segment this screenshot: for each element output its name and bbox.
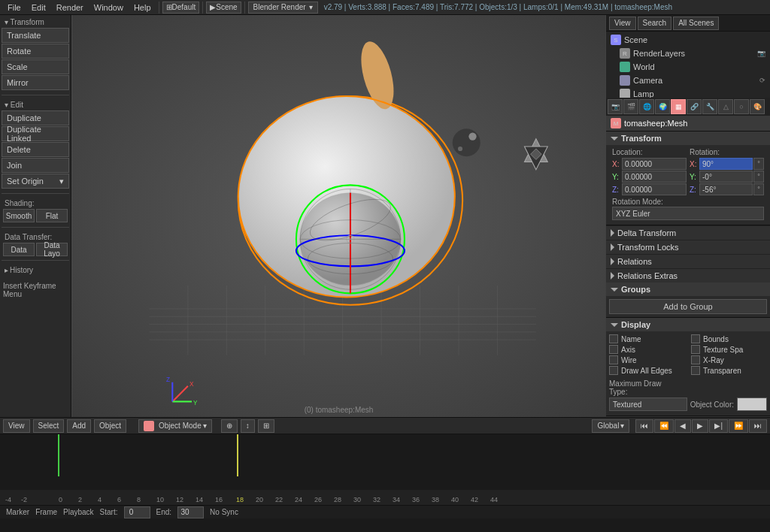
data-tab[interactable]: △ — [718, 99, 733, 114]
data-button[interactable]: Data — [3, 243, 35, 256]
relations-row[interactable]: Relations — [606, 254, 770, 268]
y-deg-button[interactable]: ° — [753, 171, 764, 183]
next-frame-button[interactable]: ▶| — [709, 419, 728, 433]
transparent-checkbox[interactable] — [691, 366, 700, 375]
relations-extras-row[interactable]: Relations Extras — [606, 268, 770, 283]
name-checkbox[interactable] — [609, 334, 618, 343]
smooth-button[interactable]: Smooth — [3, 209, 35, 222]
play-end-button[interactable]: ⏭ — [749, 419, 767, 433]
insert-keyframe-menu[interactable]: Insert Keyframe Menu — [0, 280, 71, 300]
scale-button[interactable]: Scale — [2, 59, 69, 74]
object-button[interactable]: Object — [94, 419, 126, 433]
properties-content[interactable]: Transform Location: X: 0.00000 — [606, 131, 770, 417]
display-header[interactable]: Display — [606, 318, 770, 331]
transform-props-header[interactable]: Transform — [606, 131, 770, 145]
version-info: v2.79 | Verts:3.888 | Faces:7.489 | Tris… — [320, 3, 677, 11]
scene-tab[interactable]: 🌐 — [639, 99, 654, 114]
draw-all-edges-checkbox[interactable] — [609, 366, 618, 375]
scene-badge[interactable]: ▶ Scene — [206, 2, 241, 14]
location-rotation-row: Location: X: 0.00000 Y: 0.00000 — [609, 148, 767, 198]
step-fwd-button[interactable]: ⏩ — [729, 419, 748, 433]
x-location-input[interactable]: 0.00000 — [622, 158, 687, 170]
outliner-camera-item[interactable]: Camera ⟳ — [608, 74, 768, 87]
modifiers-tab[interactable]: 🔧 — [702, 99, 717, 114]
prev-frame-button[interactable]: ◀ — [675, 419, 691, 433]
wire-checkbox[interactable] — [609, 355, 618, 364]
menu-help[interactable]: Help — [129, 3, 156, 12]
bounds-checkbox[interactable] — [691, 334, 700, 343]
end-frame-input[interactable] — [177, 506, 204, 518]
xray-checkbox[interactable] — [691, 355, 700, 364]
outliner-world-item[interactable]: World — [608, 60, 768, 74]
texture-space-checkbox[interactable] — [691, 345, 700, 354]
materials-tab[interactable]: ○ — [734, 99, 749, 114]
outliner-scene-item[interactable]: S Scene — [608, 33, 768, 47]
mirror-button[interactable]: Mirror — [2, 75, 69, 90]
delete-button[interactable]: Delete — [2, 142, 69, 157]
menu-file[interactable]: File — [3, 3, 26, 12]
y-location-input[interactable]: 0.00000 — [622, 171, 687, 183]
viewport[interactable]: User Persp — [71, 15, 606, 417]
z-rotation-input[interactable]: -56° — [699, 183, 753, 195]
start-frame-input[interactable] — [124, 506, 150, 518]
layout-badge[interactable]: ⊞ Default — [162, 2, 200, 14]
menu-render[interactable]: Render — [52, 3, 88, 12]
play-button[interactable]: ▶ — [692, 419, 708, 433]
textures-tab[interactable]: 🎨 — [750, 99, 765, 114]
duplication-header[interactable]: Duplication — [606, 416, 770, 417]
transform-header[interactable]: ▾ Transform — [2, 17, 69, 28]
z-deg-button[interactable]: ° — [753, 183, 764, 195]
viewport-scene[interactable]: X Y Z (0) tomasheep:Mesh — [71, 15, 606, 417]
duplicate-button[interactable]: Duplicate — [2, 110, 69, 125]
groups-header[interactable]: Groups — [606, 283, 770, 296]
timeline-track[interactable] — [0, 434, 770, 476]
data-layout-button[interactable]: Data Layo — [36, 243, 68, 256]
view-button[interactable]: View — [3, 419, 30, 433]
constraints-tab[interactable]: 🔗 — [687, 99, 702, 114]
set-origin-button[interactable]: Set Origin ▾ — [2, 174, 69, 189]
object-tab[interactable]: ▦ — [671, 99, 686, 114]
world-tab[interactable]: 🌍 — [655, 99, 670, 114]
outliner-search-button[interactable]: Search — [638, 17, 672, 30]
timeline[interactable]: -4 -2 0 2 4 6 8 10 12 14 16 18 20 22 24 … — [0, 434, 770, 505]
render-layers-tab[interactable]: 🎬 — [623, 99, 638, 114]
outliner-lamp-item[interactable]: Lamp — [608, 87, 768, 98]
flat-button[interactable]: Flat — [36, 209, 68, 222]
translate-button[interactable]: Translate — [2, 28, 69, 43]
render-tab[interactable]: 📷 — [608, 99, 623, 114]
render-engine[interactable]: Blender Render ▾ — [248, 2, 318, 14]
z-location-input[interactable]: 0.00000 — [622, 183, 687, 195]
play-back-button[interactable]: ⏮ — [635, 419, 653, 433]
add-button[interactable]: Add — [67, 419, 91, 433]
transform-locks-row[interactable]: Transform Locks — [606, 240, 770, 254]
rotation-mode-select[interactable]: XYZ Euler — [612, 207, 764, 220]
object-color-picker[interactable] — [737, 397, 767, 411]
x-deg-button[interactable]: ° — [753, 158, 764, 170]
axis-checkbox[interactable] — [609, 345, 618, 354]
menu-window[interactable]: Window — [89, 3, 128, 12]
outliner-scenes-button[interactable]: All Scenes — [673, 17, 719, 30]
outliner-renderlayers-item[interactable]: R RenderLayers 📷 — [608, 47, 768, 60]
rotate-button[interactable]: Rotate — [2, 44, 69, 59]
global-select[interactable]: Global ▾ — [592, 419, 629, 433]
mode-select[interactable]: Object Mode ▾ — [138, 419, 212, 433]
z-rot-axis-label: Z: — [690, 186, 699, 194]
add-to-group-button[interactable]: Add to Group — [609, 299, 767, 314]
select-button[interactable]: Select — [33, 419, 65, 433]
draw-type-select[interactable]: Textured — [609, 397, 687, 411]
transform-btn-2[interactable]: ⊞ — [258, 419, 274, 433]
duplicate-linked-button[interactable]: Duplicate Linked — [2, 126, 69, 141]
delta-transform-row[interactable]: Delta Transform — [606, 225, 770, 240]
transform-btn-1[interactable]: ↕ — [241, 419, 255, 433]
outliner-view-button[interactable]: View — [609, 17, 636, 30]
history-header[interactable]: ▸ History — [2, 264, 69, 276]
y-axis-label: Y: — [612, 173, 621, 181]
pivot-button[interactable]: ⊕ — [221, 419, 238, 433]
menu-edit[interactable]: Edit — [27, 3, 50, 12]
svg-text:Y: Y — [193, 400, 198, 407]
step-back-button[interactable]: ⏪ — [654, 419, 674, 433]
edit-header[interactable]: ▾ Edit — [2, 99, 69, 110]
y-rotation-input[interactable]: -0° — [699, 171, 753, 183]
x-rotation-input[interactable]: 90° — [699, 158, 753, 170]
join-button[interactable]: Join — [2, 158, 69, 173]
